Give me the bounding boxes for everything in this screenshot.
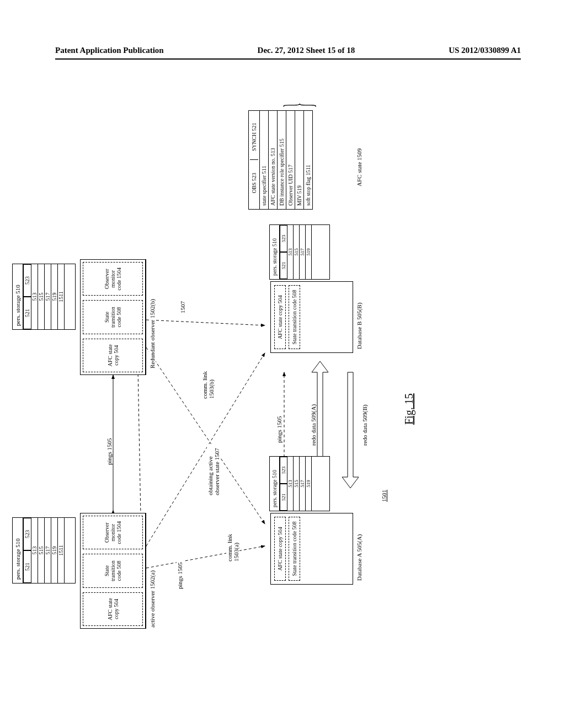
db-b-state: State transition code 508 — [289, 285, 300, 349]
pers-b-519: 519 — [51, 264, 58, 329]
dba-513: 513 — [287, 457, 294, 511]
page-header: Patent Application Publication Dec. 27, … — [55, 46, 521, 60]
dba-521: 521 — [280, 484, 287, 511]
afc-state-title: AFC state 1509 — [356, 147, 363, 188]
dbb-515: 515 — [294, 225, 300, 279]
pers-b-513: 513 — [31, 264, 38, 329]
afc-db-role: DB instance role specifier 515 — [278, 111, 286, 209]
afc-soft-stop: soft stop flag 1511 — [304, 111, 312, 209]
pers-b-523: 523 — [23, 264, 31, 297]
observer-monitor-a: Observer monitor code 1504 — [83, 516, 143, 549]
dbb-523: 523 — [280, 225, 287, 252]
database-a-box: AFC state copy 504 State transition code… — [270, 513, 353, 585]
pers-storage-b: pers. storage 510 521 523 513 515 517 51… — [12, 264, 76, 330]
active-observer-caption: active observer 1502(a) — [149, 569, 156, 629]
pers-521: 521 — [23, 550, 31, 583]
db-a-pers: pers. storage 510 521 523 513 515 517 51… — [269, 456, 330, 511]
pers-storage-title-b: pers. storage 510 — [13, 264, 23, 329]
ref-1501: 1501 — [381, 490, 387, 502]
afc-miv: MIV 519 — [295, 111, 304, 209]
database-a-caption: Database A 505(A) — [356, 533, 363, 582]
dbb-517: 517 — [300, 225, 306, 279]
redundant-observer-caption: Redundant observer 1502(b) — [149, 298, 156, 370]
svg-line-6 — [138, 370, 141, 516]
afc-synch: SYNCH 521 — [250, 114, 258, 160]
obtaining-label: obtaining active observer state 1507 — [207, 444, 220, 496]
header-left: Patent Application Publication — [55, 46, 164, 55]
db-a-afc: AFC state copy 504 — [274, 517, 286, 581]
afc-state-table: OBS 523 SYNCH 521 state specifier 511 AF… — [248, 110, 313, 210]
redundant-observer-box: AFC state copy 504 State transition code… — [80, 259, 146, 375]
state-transition-b: State transition code 508 — [83, 300, 143, 334]
db-b-afc: AFC state copy 504 — [274, 285, 286, 349]
pers-b-515: 515 — [38, 264, 45, 329]
pers-b-517: 517 — [45, 264, 51, 329]
dbb-521: 521 — [280, 252, 287, 279]
figure-number: Fig. 15 — [403, 393, 415, 425]
pings-top-label: pings 1505 — [106, 437, 113, 466]
db-b-pers-title: pers. storage 510 — [270, 225, 280, 279]
db-b-pers: pers. storage 510 521 523 513 515 517 51… — [269, 224, 330, 280]
brace-icon: } — [275, 103, 322, 108]
pers-b-521: 521 — [23, 297, 31, 329]
state-transition-a: State transition code 508 — [83, 554, 143, 587]
header-right: US 2012/0330899 A1 — [449, 46, 521, 55]
svg-line-3 — [146, 320, 265, 325]
afc-state-specifier: state specifier 511 — [260, 111, 269, 209]
afc-observer-uid: Observer UID 517 — [286, 111, 295, 209]
active-observer-box: AFC state copy 504 State transition code… — [80, 513, 146, 629]
dbb-519: 519 — [306, 225, 312, 279]
comm-link-b-label: comm. link 1503(b) — [201, 367, 215, 400]
db-a-state: State transition code 508 — [289, 517, 300, 581]
observer-monitor-b: Observer monitor code 1504 — [83, 262, 143, 296]
pers-storage-a: pers. storage 510 521 523 513 515 517 51… — [12, 517, 76, 584]
svg-line-0 — [146, 546, 265, 568]
figure-rotated-content: AFC state copy 504 State transition code… — [55, 72, 513, 662]
num-1507-label: 1507 — [179, 300, 186, 314]
dba-515: 515 — [294, 457, 300, 511]
pers-513: 513 — [31, 518, 38, 583]
afc-state-copy-b: AFC state copy 504 — [83, 339, 143, 372]
pers-storage-title-a: pers. storage 510 — [13, 518, 23, 583]
pers-519: 519 — [51, 518, 58, 583]
redo-a-label: redo data 509(A) — [310, 403, 317, 447]
db-a-pers-title: pers. storage 510 — [270, 457, 280, 511]
pers-b-1511: 1511 — [58, 264, 65, 329]
pers-517: 517 — [45, 518, 51, 583]
pers-523: 523 — [23, 518, 31, 550]
afc-state-copy-a: AFC state copy 504 — [83, 592, 143, 626]
dba-523: 523 — [280, 457, 287, 484]
pings-db-label: pings 1505 — [276, 415, 282, 444]
afc-obs: OBS 523 — [250, 160, 258, 206]
afc-version: AFC state version no. 513 — [269, 111, 278, 209]
redo-b-label: redo data 509(B) — [361, 403, 368, 447]
database-b-caption: Database B 505(B) — [356, 302, 363, 350]
header-center: Dec. 27, 2012 Sheet 15 of 18 — [258, 46, 355, 55]
dbb-513: 513 — [287, 225, 294, 279]
pers-1511: 1511 — [58, 518, 65, 583]
figure-region: AFC state copy 504 State transition code… — [55, 72, 513, 662]
pers-515: 515 — [38, 518, 45, 583]
pings-left-label: pings 1505 — [177, 561, 183, 590]
database-b-box: AFC state copy 504 State transition code… — [270, 281, 353, 353]
dba-519: 519 — [306, 457, 312, 511]
dba-517: 517 — [300, 457, 306, 511]
comm-link-a-label: comm. link 1503(a) — [226, 529, 239, 563]
